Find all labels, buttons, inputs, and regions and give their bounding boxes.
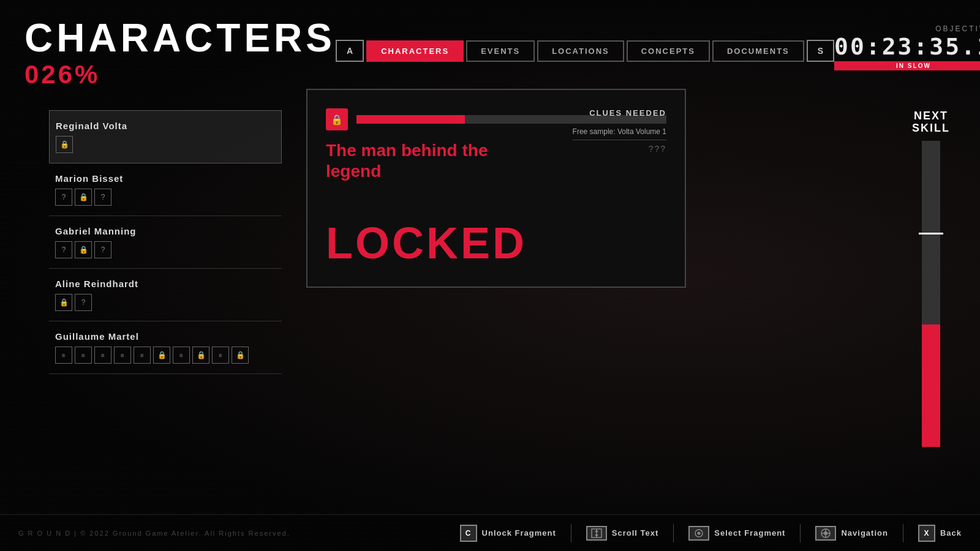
action-unlock-fragment[interactable]: C Unlock Fragment (460, 525, 556, 542)
svg-point-7 (824, 531, 827, 535)
question-icon: ? (94, 189, 111, 206)
question-icon: ? (94, 241, 111, 258)
main-content: CHARACTERS 026% A CHARACTERS EVENTS LOCA… (0, 0, 980, 551)
character-card: 🔒 The man behind the legend CLUES NEEDED… (306, 89, 686, 288)
back-key: X (918, 525, 935, 542)
objective-timer: 00:23:35.1 (834, 33, 980, 60)
tab-characters[interactable]: CHARACTERS (366, 40, 464, 62)
unlock-fragment-label: Unlock Fragment (482, 528, 556, 538)
text-icon: ≡ (173, 347, 190, 364)
question-icon: ? (55, 241, 72, 258)
svg-marker-2 (595, 530, 598, 532)
skill-bar (922, 141, 940, 447)
action-back[interactable]: X Back (918, 525, 962, 542)
card-lock-icon: 🔒 (326, 108, 348, 130)
navigation-key (815, 526, 836, 541)
skill-bar-fill (922, 324, 940, 447)
tab-events[interactable]: EVENTS (466, 40, 535, 62)
main-panel: 🔒 The man behind the legend CLUES NEEDED… (306, 89, 686, 288)
action-divider-2 (673, 524, 674, 542)
action-scroll-text[interactable]: Scroll Text (586, 526, 659, 541)
character-icons: 🔒 ? (55, 294, 276, 311)
character-item-guillaume[interactable]: Guillaume Martel ≡ ≡ ≡ ≡ ≡ 🔒 ≡ 🔒 ≡ 🔒 (49, 321, 282, 374)
scroll-text-label: Scroll Text (612, 528, 659, 538)
select-fragment-label: Select Fragment (714, 528, 785, 538)
action-navigation[interactable]: Navigation (815, 526, 888, 541)
header: CHARACTERS 026% A CHARACTERS EVENTS LOCA… (0, 0, 980, 89)
objective-section: OBJECTIVE 00:23:35.1 IN SLOW (834, 24, 980, 70)
svg-marker-3 (595, 534, 598, 537)
tab-concepts[interactable]: CONCEPTS (627, 40, 710, 62)
action-divider (571, 524, 571, 542)
action-divider-4 (903, 524, 903, 542)
page-title-section: CHARACTERS 026% (24, 18, 336, 89)
character-icons: ? 🔒 ? (55, 189, 276, 206)
text-icon: ≡ (94, 347, 111, 364)
unlock-fragment-key: C (460, 525, 477, 542)
select-fragment-key (688, 526, 709, 541)
action-select-fragment[interactable]: Select Fragment (688, 526, 785, 541)
lock-icon: 🔒 (153, 347, 170, 364)
copyright: G R O U N D | © 2022 Ground Game Atelier… (18, 530, 290, 537)
question-icon: ? (55, 189, 72, 206)
clues-section: CLUES NEEDED Free sample: Volta Volume 1… (573, 108, 666, 154)
text-icon: ≡ (134, 347, 151, 364)
page-subtitle: 026% (24, 60, 336, 89)
back-label: Back (940, 528, 962, 538)
question-icon: ? (75, 294, 92, 311)
character-item-reginald[interactable]: Reginald Volta 🔒 (49, 110, 282, 163)
next-skill-label: NEXTSKILL (912, 110, 950, 135)
character-name: Aline Reindhardt (55, 279, 276, 289)
scroll-text-key (586, 526, 607, 541)
character-name: Marion Bisset (55, 173, 276, 184)
tab-a[interactable]: A (336, 40, 364, 62)
lock-icon: 🔒 (56, 136, 73, 153)
tab-documents[interactable]: DOCUMENTS (712, 40, 804, 62)
tab-s[interactable]: S (807, 40, 834, 62)
character-item-gabriel[interactable]: Gabriel Manning ? 🔒 ? (49, 216, 282, 269)
character-list: Reginald Volta 🔒 Marion Bisset ? 🔒 ? Gab… (49, 110, 282, 374)
lock-icon: 🔒 (55, 294, 72, 311)
character-name: Guillaume Martel (55, 331, 276, 342)
text-icon: ≡ (55, 347, 72, 364)
bottom-actions: C Unlock Fragment Scroll Text (460, 524, 962, 542)
text-icon: ≡ (114, 347, 131, 364)
character-icons: ≡ ≡ ≡ ≡ ≡ 🔒 ≡ 🔒 ≡ 🔒 (55, 347, 276, 364)
lock-icon: 🔒 (232, 347, 249, 364)
text-icon: ≡ (75, 347, 92, 364)
page-title: CHARACTERS (24, 18, 336, 58)
clues-label: CLUES NEEDED (573, 108, 666, 118)
lock-icon: 🔒 (75, 241, 92, 258)
lock-icon: 🔒 (75, 189, 92, 206)
nav-tabs: A CHARACTERS EVENTS LOCATIONS CONCEPTS D… (336, 40, 834, 62)
objective-status: IN SLOW (834, 61, 980, 70)
tab-locations[interactable]: LOCATIONS (537, 40, 624, 62)
character-item-aline[interactable]: Aline Reindhardt 🔒 ? (49, 269, 282, 321)
svg-point-5 (698, 531, 701, 534)
text-icon: ≡ (212, 347, 229, 364)
navigation-label: Navigation (841, 528, 888, 538)
locked-text: LOCKED (326, 218, 666, 268)
skill-bar-marker (919, 233, 943, 234)
progress-bar-fill (356, 115, 465, 124)
clue-item-2: ??? (573, 144, 666, 154)
clue-item-1: Free sample: Volta Volume 1 (573, 127, 666, 140)
character-icons: 🔒 (56, 136, 275, 153)
card-title: The man behind the legend (326, 140, 497, 181)
right-panel: NEXTSKILL (900, 110, 962, 447)
character-icons: ? 🔒 ? (55, 241, 276, 258)
character-item-marion[interactable]: Marion Bisset ? 🔒 ? (49, 163, 282, 216)
bottom-bar: G R O U N D | © 2022 Ground Game Atelier… (0, 514, 980, 551)
character-name: Reginald Volta (56, 121, 275, 131)
lock-icon: 🔒 (192, 347, 209, 364)
character-name: Gabriel Manning (55, 226, 276, 236)
action-divider-3 (800, 524, 801, 542)
objective-label: OBJECTIVE (834, 24, 980, 33)
